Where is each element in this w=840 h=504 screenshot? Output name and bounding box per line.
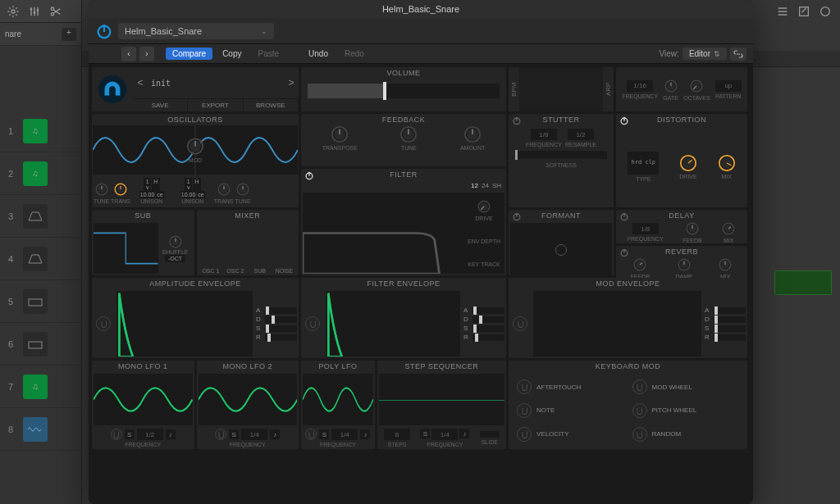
polylfo-sync-button[interactable]: S: [319, 429, 329, 439]
track-row[interactable]: 8: [0, 408, 81, 451]
fb-tune-knob[interactable]: [399, 125, 418, 143]
volume-slider[interactable]: [308, 84, 500, 98]
stutter-power-icon[interactable]: [512, 116, 522, 125]
seq-slide-slider[interactable]: [480, 431, 500, 438]
fb-transpose-knob[interactable]: [331, 125, 349, 143]
formant-power-icon[interactable]: [512, 211, 522, 221]
lfo2-mod-source[interactable]: ⋃: [215, 429, 226, 440]
lfo1-mod-source[interactable]: ⋃: [111, 429, 122, 440]
window-titlebar[interactable]: Helm_Basic_Snare: [89, 0, 753, 18]
compare-button[interactable]: Compare: [166, 48, 212, 60]
amp-release-slider[interactable]: [265, 334, 297, 341]
filt-sustain-slider[interactable]: [472, 325, 504, 332]
fb-amount-knob[interactable]: [463, 125, 482, 143]
reverb-power-icon[interactable]: [619, 247, 629, 257]
view-dropdown[interactable]: Editor⇅: [682, 48, 727, 60]
arp-octaves-knob[interactable]: [689, 79, 704, 93]
preset-next-button[interactable]: >: [284, 77, 299, 89]
link-button[interactable]: [730, 48, 746, 61]
mod-env-mod-source[interactable]: ⋃: [513, 316, 527, 331]
amp-env-graph[interactable]: [116, 291, 253, 356]
reverb-feedb-knob[interactable]: [632, 257, 647, 272]
osc-mod-knob[interactable]: [186, 138, 204, 156]
prev-preset-button[interactable]: ‹: [121, 47, 136, 61]
arp-rate[interactable]: 1/16: [627, 80, 653, 92]
browse-button[interactable]: BROWSE: [244, 99, 299, 111]
random-mod-source[interactable]: ⋃: [632, 427, 647, 442]
pitchwheel-mod-source[interactable]: ⋃: [632, 403, 647, 418]
undo-button[interactable]: Undo: [302, 48, 335, 60]
lfo2-sync-button[interactable]: S: [229, 429, 239, 439]
polylfo-wave-display[interactable]: [303, 374, 373, 425]
paste-button[interactable]: Paste: [252, 48, 286, 60]
amp-sustain-slider[interactable]: [265, 325, 297, 332]
arp-pattern[interactable]: up: [715, 80, 742, 92]
lfo2-note-icon[interactable]: ♪: [270, 429, 280, 439]
sub-wave-display[interactable]: [94, 223, 158, 274]
sub-oct-button[interactable]: -OCT: [165, 255, 185, 262]
distortion-power-icon[interactable]: [619, 116, 629, 125]
track-row[interactable]: 3: [0, 195, 81, 238]
lfo2-wave-display[interactable]: [199, 374, 298, 425]
mixer-icon[interactable]: [28, 5, 41, 18]
osc2-trans-knob[interactable]: [217, 182, 231, 197]
filter-keytrack-slider[interactable]: [472, 253, 496, 260]
midi-region[interactable]: [774, 270, 832, 295]
gear-icon[interactable]: [7, 5, 20, 18]
filt-attack-slider[interactable]: [472, 307, 504, 314]
distortion-drive-knob[interactable]: [679, 154, 697, 172]
track-row[interactable]: 7♫: [0, 366, 81, 408]
lfo2-rate[interactable]: 1/4: [241, 429, 267, 440]
track-row[interactable]: 5: [0, 280, 81, 323]
formant-xy-pad[interactable]: [510, 223, 612, 275]
delay-power-icon[interactable]: [619, 211, 629, 221]
filter-envdepth-slider[interactable]: [472, 230, 496, 237]
osc2-tune-knob[interactable]: [235, 182, 250, 197]
osc1-trans-knob[interactable]: [113, 182, 128, 197]
export-button[interactable]: EXPORT: [188, 99, 243, 111]
aftertouch-mod-source[interactable]: ⋃: [517, 379, 532, 394]
track-row[interactable]: 2♫: [0, 152, 81, 195]
lfo1-rate[interactable]: 1/2: [137, 429, 163, 440]
osc1-tune-knob[interactable]: [94, 182, 109, 197]
reverb-damp-knob[interactable]: [677, 257, 692, 272]
arp-gate-knob[interactable]: [664, 79, 678, 93]
osc2-unison[interactable]: 1 vH 10.00ce UNISON: [173, 178, 212, 204]
distortion-mix-knob[interactable]: [718, 154, 736, 172]
delay-feedb-knob[interactable]: [685, 221, 700, 236]
mod-attack-slider[interactable]: [714, 307, 746, 314]
amp-decay-slider[interactable]: [265, 316, 297, 323]
delay-rate[interactable]: 1/8: [632, 223, 659, 234]
osc1-wave-display[interactable]: [93, 125, 194, 175]
lfo1-sync-button[interactable]: S: [125, 429, 135, 439]
reverb-mix-knob[interactable]: [718, 257, 733, 272]
filter-graph[interactable]: [303, 193, 463, 274]
preset-name-display[interactable]: init: [148, 79, 284, 88]
amp-attack-slider[interactable]: [265, 307, 297, 314]
mod-sustain-slider[interactable]: [714, 325, 746, 332]
osc2-wave-display[interactable]: [196, 125, 298, 175]
filter-drive-knob[interactable]: [477, 199, 491, 214]
loop-icon[interactable]: [819, 5, 832, 18]
delay-mix-knob[interactable]: [721, 221, 736, 236]
seq-graph[interactable]: [379, 374, 504, 425]
preset-prev-button[interactable]: <: [133, 77, 148, 89]
seq-rate[interactable]: 1/4: [431, 429, 458, 440]
filt-env-graph[interactable]: [326, 291, 460, 356]
track-row[interactable]: 1♫: [0, 110, 81, 152]
modwheel-mod-source[interactable]: ⋃: [632, 379, 647, 394]
note-mod-source[interactable]: ⋃: [517, 403, 532, 418]
next-preset-button[interactable]: ›: [139, 47, 154, 61]
mod-release-slider[interactable]: [714, 334, 746, 341]
polylfo-mod-source[interactable]: ⋃: [305, 429, 317, 440]
list-icon[interactable]: [776, 5, 789, 18]
mod-env-graph[interactable]: [533, 291, 701, 356]
seq-sync-button[interactable]: S: [420, 429, 430, 438]
distortion-type[interactable]: hrd clp: [628, 152, 659, 175]
preset-dropdown[interactable]: Helm_Basic_Snare ⌄: [118, 23, 274, 39]
polylfo-note-icon[interactable]: ♪: [360, 429, 370, 439]
seq-note-icon[interactable]: ♪: [459, 429, 469, 438]
filt-decay-slider[interactable]: [472, 316, 504, 323]
filt-env-mod-source[interactable]: ⋃: [305, 316, 320, 331]
scissors-icon[interactable]: [49, 5, 62, 18]
